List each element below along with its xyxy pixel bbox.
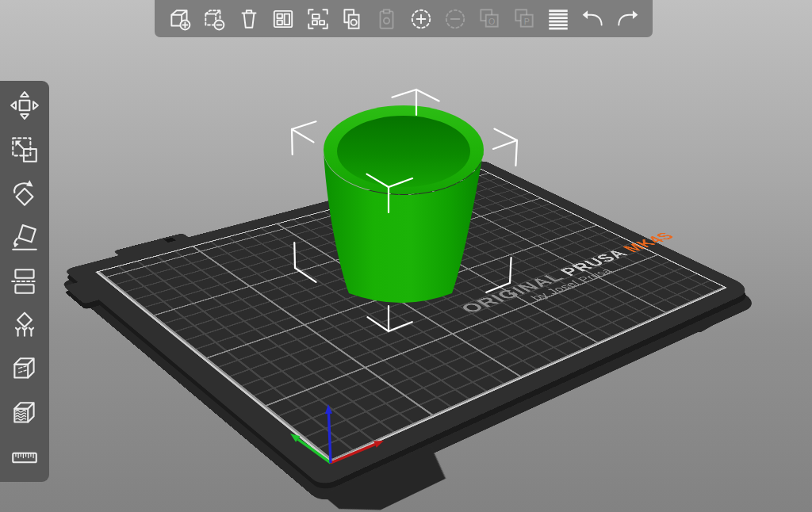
fuzzy-skin-painting-icon xyxy=(9,398,40,430)
rotate-icon xyxy=(9,178,40,209)
delete-object-button[interactable] xyxy=(198,3,230,35)
3d-viewport[interactable]: ORIGINAL PRUSA MK4S by Josef Prusa xyxy=(0,0,812,512)
add-instance-icon xyxy=(408,6,434,32)
variable-layer-height-icon xyxy=(546,6,571,32)
variable-layer-height-button[interactable] xyxy=(542,3,574,35)
cut-icon xyxy=(9,266,40,297)
measure-button[interactable] xyxy=(7,440,42,475)
paste-button[interactable] xyxy=(370,3,402,35)
print-bed[interactable]: ORIGINAL PRUSA MK4S by Josef Prusa xyxy=(95,169,727,463)
arrange-icon xyxy=(270,6,296,32)
split-to-objects-icon: O xyxy=(477,6,502,32)
left-toolbar xyxy=(0,81,49,482)
arrange-selection-button[interactable] xyxy=(302,3,334,35)
scale-icon xyxy=(9,134,40,166)
paste-icon xyxy=(373,6,399,32)
move-button[interactable] xyxy=(7,88,42,123)
undo-button[interactable] xyxy=(577,3,609,35)
undo-icon xyxy=(580,6,606,32)
delete-all-button[interactable] xyxy=(233,3,265,35)
remove-instance-button[interactable] xyxy=(439,3,471,35)
rotate-button[interactable] xyxy=(7,176,42,211)
add-object-icon xyxy=(167,6,193,32)
sheet-back-notch xyxy=(164,238,176,243)
copy-icon xyxy=(339,6,365,32)
paint-on-supports-button[interactable] xyxy=(7,308,42,343)
scale-button[interactable] xyxy=(7,132,42,167)
split-to-objects-button[interactable]: O xyxy=(473,3,505,35)
copy-button[interactable] xyxy=(336,3,368,35)
split-to-parts-icon: P xyxy=(511,6,537,32)
arrange-selection-icon xyxy=(305,6,331,32)
remove-instance-icon xyxy=(442,6,468,32)
svg-text:O: O xyxy=(488,16,495,25)
print-area-grid: ORIGINAL PRUSA MK4S by Josef Prusa xyxy=(95,169,727,463)
split-to-parts-button[interactable]: P xyxy=(508,3,540,35)
top-toolbar: O P xyxy=(155,0,653,37)
add-object-button[interactable] xyxy=(164,3,196,35)
svg-text:P: P xyxy=(523,16,529,25)
measure-icon xyxy=(9,441,40,473)
fuzzy-skin-painting-button[interactable] xyxy=(7,396,42,431)
add-instance-button[interactable] xyxy=(405,3,437,35)
place-on-face-icon xyxy=(9,222,40,254)
seam-painting-icon xyxy=(9,353,40,385)
bed-logo-byline: by Josef Prusa xyxy=(475,250,659,323)
bed-logo: ORIGINAL PRUSA MK4S by Josef Prusa xyxy=(457,242,660,323)
place-on-face-button[interactable] xyxy=(7,220,42,255)
arrange-button[interactable] xyxy=(267,3,299,35)
delete-all-icon xyxy=(236,6,262,32)
paint-on-supports-icon xyxy=(9,310,40,342)
redo-button[interactable] xyxy=(611,3,643,35)
seam-painting-button[interactable] xyxy=(7,352,42,387)
bed-logo-line1: ORIGINAL PRUSA MK4S xyxy=(457,242,647,315)
delete-object-icon xyxy=(201,6,227,32)
redo-icon xyxy=(615,6,640,32)
move-icon xyxy=(9,90,40,121)
cut-button[interactable] xyxy=(7,264,42,299)
